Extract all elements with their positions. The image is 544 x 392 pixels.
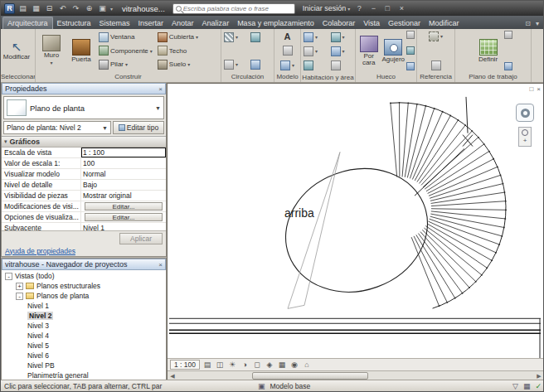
- por-cara-button[interactable]: Por cara: [357, 30, 380, 71]
- panel-label-habitacion[interactable]: Habitación y área: [301, 73, 355, 82]
- etiqueta-area-button[interactable]: [329, 45, 355, 57]
- techo-button[interactable]: Techo: [156, 45, 200, 57]
- modificar-button[interactable]: ↖ Modificar: [2, 30, 31, 71]
- apply-button[interactable]: Aplicar: [119, 233, 163, 244]
- tree-item-nivel-5[interactable]: Nivel 5: [2, 341, 166, 351]
- tree-item-nivel-pb[interactable]: Nivel PB: [2, 361, 166, 370]
- tab-insertar[interactable]: Insertar: [134, 17, 168, 29]
- group-graficos[interactable]: ▾ Gráficos: [2, 137, 166, 148]
- panel-label-plano-trabajo[interactable]: Plano de trabajo: [455, 72, 531, 82]
- ribbon-state-icon[interactable]: ⊡: [522, 20, 533, 29]
- tree-item-nivel-2[interactable]: Nivel 2: [2, 311, 166, 321]
- selection-check-icon[interactable]: ✓: [535, 382, 542, 390]
- analytical-model-icon[interactable]: ⌂: [302, 361, 312, 369]
- panel-label-circulacion[interactable]: Circulación: [221, 72, 274, 82]
- separador-habitacion-button[interactable]: [302, 59, 328, 71]
- vertical-opening-icon[interactable]: [406, 46, 415, 55]
- tab-masa-y-emplazamiento[interactable]: Masa y emplazamiento: [233, 17, 318, 29]
- dormer-opening-icon[interactable]: [406, 62, 415, 70]
- open-icon[interactable]: ▤: [17, 3, 28, 14]
- rampa-button[interactable]: [222, 58, 247, 70]
- properties-close-icon[interactable]: ×: [158, 85, 163, 93]
- ventana-button[interactable]: Ventana: [97, 31, 154, 43]
- steering-wheel-widget[interactable]: [516, 104, 534, 122]
- restore-icon[interactable]: □: [382, 4, 392, 12]
- ribbon-state-caret[interactable]: ▾: [533, 20, 542, 29]
- prop-value[interactable]: Nivel 1: [81, 223, 166, 230]
- view-restore-icon[interactable]: □: [529, 85, 533, 93]
- filter-icon[interactable]: ▽: [512, 382, 518, 390]
- measure-icon[interactable]: ⊕: [84, 3, 95, 14]
- detail-level-icon[interactable]: ▤: [202, 361, 212, 369]
- search-input[interactable]: [183, 5, 292, 12]
- undo-icon[interactable]: ↶: [57, 3, 68, 14]
- rejilla-button[interactable]: [430, 59, 443, 71]
- scroll-right-icon[interactable]: ▶: [534, 373, 544, 380]
- tree-item-nivel-4[interactable]: Nivel 4: [2, 331, 166, 341]
- browser-close-icon[interactable]: ×: [158, 261, 163, 269]
- editar-button[interactable]: Editar...: [85, 202, 163, 211]
- close-icon[interactable]: ×: [396, 4, 406, 12]
- temporary-hide-icon[interactable]: ▦: [277, 361, 287, 369]
- circulacion-extra-button[interactable]: [249, 58, 274, 70]
- show-work-plane-icon[interactable]: [504, 31, 512, 39]
- redo-icon[interactable]: ↷: [70, 3, 81, 14]
- sign-in-button[interactable]: Iniciar sesión ▾: [303, 4, 351, 12]
- suelo-button[interactable]: Suelo: [156, 58, 200, 70]
- componente-button[interactable]: Componente: [97, 45, 154, 57]
- definir-button[interactable]: Definir: [474, 30, 503, 71]
- scrollbar-thumb[interactable]: [252, 372, 368, 380]
- instance-combo[interactable]: Plano de planta: Nivel 2 ▼: [3, 121, 111, 134]
- pilar-button[interactable]: Pilar: [97, 58, 154, 70]
- expand-icon[interactable]: [16, 283, 23, 290]
- panel-label-referencia[interactable]: Referencia: [417, 72, 454, 82]
- prop-value[interactable]: Normal: [81, 169, 166, 179]
- tab-colaborar[interactable]: Colaborar: [318, 17, 360, 29]
- drawing-canvas[interactable]: arriba □ × +: [168, 84, 544, 358]
- minimize-icon[interactable]: −: [368, 4, 378, 12]
- panel-label-construir[interactable]: Construir: [36, 72, 221, 82]
- design-option-label[interactable]: Modelo base: [270, 382, 311, 390]
- escalera-button[interactable]: [222, 31, 247, 43]
- tab-gestionar[interactable]: Gestionar: [384, 17, 425, 29]
- tab-modificar[interactable]: Modificar: [425, 17, 464, 29]
- tree-item-vistas[interactable]: Vistas (todo): [2, 271, 166, 281]
- area-button[interactable]: [302, 45, 328, 57]
- pan-icon[interactable]: +: [523, 138, 527, 144]
- tree-item-planos-estructurales[interactable]: Planos estructurales: [2, 281, 166, 291]
- work-plane-viewer-icon[interactable]: [504, 62, 512, 70]
- prop-value[interactable]: Mostrar original: [81, 191, 166, 201]
- linea-modelo-button[interactable]: [281, 45, 294, 57]
- limite-area-button[interactable]: [329, 59, 355, 71]
- panel-label-modelo[interactable]: Modelo: [274, 72, 300, 82]
- browser-header[interactable]: vitrahouse - Navegador de proyectos ×: [2, 259, 166, 270]
- properties-header[interactable]: Propiedades ×: [2, 83, 166, 94]
- tree-item-nivel-6[interactable]: Nivel 6: [2, 351, 166, 361]
- qat-extra-icon[interactable]: ▣: [97, 3, 108, 14]
- show-crop-icon[interactable]: ◈: [265, 361, 274, 369]
- agujero-button[interactable]: Agujero: [381, 30, 405, 71]
- view-close-icon[interactable]: ×: [537, 85, 541, 93]
- save-icon[interactable]: ▦: [31, 3, 41, 14]
- properties-help-link[interactable]: Ayuda de propiedades: [5, 247, 75, 255]
- panel-label-hueco[interactable]: Hueco: [356, 72, 416, 82]
- tab-vista[interactable]: Vista: [359, 17, 384, 29]
- app-menu-button[interactable]: R: [4, 3, 15, 14]
- editar-button[interactable]: Editar...: [85, 213, 163, 221]
- edit-type-button[interactable]: Editar tipo: [113, 121, 164, 134]
- tab-arquitectura[interactable]: Arquitectura: [2, 17, 53, 29]
- design-options-icon[interactable]: ▣: [258, 382, 265, 390]
- tab-analizar[interactable]: Analizar: [198, 17, 234, 29]
- wall-opening-icon[interactable]: [406, 31, 415, 39]
- tab-estructura[interactable]: Estructura: [53, 17, 95, 29]
- tree-item-nivel-3[interactable]: Nivel 3: [2, 321, 166, 331]
- zoom-icon[interactable]: [522, 129, 528, 136]
- collapse-icon[interactable]: [16, 293, 23, 300]
- muro-button[interactable]: Muro: [37, 30, 66, 71]
- tree-item-planos-de-planta[interactable]: Planos de planta: [2, 291, 166, 301]
- scroll-left-icon[interactable]: ◀: [168, 373, 177, 380]
- plano-referencia-button[interactable]: [427, 30, 444, 42]
- sun-path-icon[interactable]: ☀: [227, 361, 237, 369]
- prop-value-input[interactable]: 1 : 100: [81, 148, 166, 157]
- tab-anotar[interactable]: Anotar: [168, 17, 198, 29]
